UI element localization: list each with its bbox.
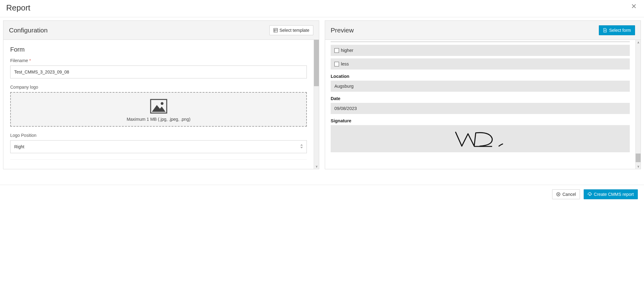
company-logo-label: Company logo (10, 85, 307, 90)
signature-scribble-icon (453, 129, 508, 151)
download-cloud-icon (588, 192, 592, 196)
checkbox-row-less[interactable]: less (331, 58, 630, 70)
logo-position-field: Logo Position (10, 133, 307, 153)
image-placeholder-icon (149, 98, 168, 114)
svg-point-5 (161, 102, 163, 105)
logo-position-select[interactable] (10, 140, 307, 153)
configuration-title: Configuration (9, 27, 48, 34)
checkbox-less-label: less (341, 61, 349, 66)
svg-rect-0 (273, 28, 277, 32)
select-form-button[interactable]: Select form (599, 25, 635, 35)
scroll-down-icon[interactable]: ∨ (314, 164, 319, 169)
filename-field: Filename* (10, 58, 307, 78)
configuration-panel: Configuration Select template Form Filen… (3, 20, 319, 169)
logo-position-label: Logo Position (10, 133, 307, 138)
preview-title: Preview (331, 27, 354, 34)
configuration-body: Form Filename* Company logo (3, 40, 314, 169)
preview-row-cutoff (331, 41, 630, 42)
signature-box (331, 125, 630, 152)
create-report-label: Create CMMS report (594, 192, 634, 197)
cancel-label: Cancel (562, 192, 576, 197)
checkbox-row-higher[interactable]: higher (331, 45, 630, 56)
create-report-button[interactable]: Create CMMS report (584, 189, 638, 199)
checkbox-icon[interactable] (334, 48, 339, 53)
modal-header: Report ✕ (0, 0, 644, 17)
checkbox-icon[interactable] (334, 62, 339, 66)
configuration-panel-header: Configuration Select template (3, 21, 319, 40)
form-icon (603, 28, 607, 32)
filename-input[interactable] (10, 65, 307, 78)
modal-footer: Cancel Create CMMS report (0, 185, 644, 204)
scroll-down-icon[interactable]: ∨ (636, 164, 641, 169)
preview-panel: Preview Select form higher (325, 20, 641, 169)
company-logo-field: Company logo Maximum 1 MB (.jpg, .jpeg, … (10, 85, 307, 127)
close-icon[interactable]: ✕ (630, 3, 638, 10)
filename-label: Filename* (10, 58, 307, 63)
location-value-row: Augsburg (331, 81, 630, 92)
configuration-scrollbar[interactable]: ∧ ∨ (314, 40, 319, 169)
signature-label: Signature (331, 118, 630, 123)
cancel-icon (556, 192, 560, 196)
preview-panel-header: Preview Select form (325, 21, 641, 40)
date-label: Date (331, 96, 630, 101)
preview-body: higher less Location Augsburg Date 09/08… (325, 41, 635, 152)
location-label: Location (331, 74, 630, 79)
scroll-up-icon[interactable]: ∧ (636, 40, 641, 45)
modal-title: Report (6, 3, 30, 13)
company-logo-dropzone[interactable]: Maximum 1 MB (.jpg, .jpeg, .png) (10, 92, 307, 127)
location-value: Augsburg (334, 84, 354, 89)
cancel-button[interactable]: Cancel (552, 189, 580, 199)
svg-marker-6 (152, 105, 165, 112)
form-section-title: Form (10, 46, 307, 53)
scrollbar-thumb[interactable] (636, 154, 641, 162)
preview-scrollbar[interactable]: ∧ ∨ (635, 40, 641, 169)
modal-body: Configuration Select template Form Filen… (0, 17, 644, 172)
divider (10, 159, 307, 160)
dropzone-hint: Maximum 1 MB (.jpg, .jpeg, .png) (14, 117, 303, 122)
template-icon (273, 28, 278, 32)
date-value-row: 09/08/2023 (331, 103, 630, 114)
checkbox-higher-label: higher (341, 48, 353, 53)
select-form-label: Select form (609, 28, 631, 33)
date-value: 09/08/2023 (334, 106, 357, 111)
scrollbar-thumb[interactable] (314, 40, 319, 86)
select-template-label: Select template (280, 28, 310, 33)
required-indicator: * (29, 58, 31, 63)
select-template-button[interactable]: Select template (269, 25, 314, 35)
